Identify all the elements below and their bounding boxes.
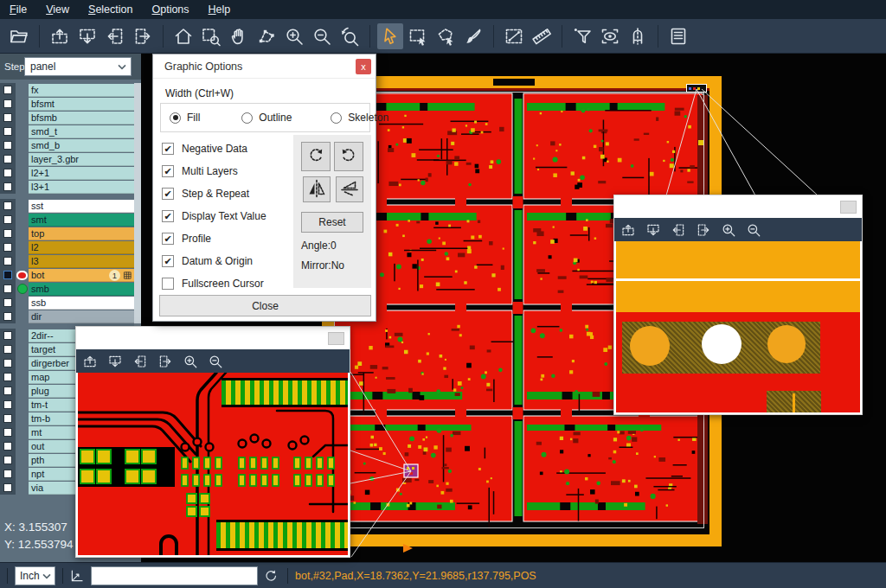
zoom-previous-button[interactable] xyxy=(337,23,363,49)
layer-row-l2[interactable]: l2 xyxy=(0,240,134,254)
layer-row-sst[interactable]: sst xyxy=(0,199,134,213)
flip-vertical-button[interactable] xyxy=(336,176,363,202)
layer-checkbox[interactable] xyxy=(3,298,12,307)
layer-checkbox[interactable] xyxy=(3,201,12,210)
menu-file[interactable]: File xyxy=(0,0,36,19)
zoom-popup-bottom-left[interactable] xyxy=(75,326,350,558)
home-view-button[interactable] xyxy=(170,23,196,49)
flip-horizontal-button[interactable] xyxy=(303,176,331,202)
view-options-button[interactable] xyxy=(597,23,623,49)
rotate-cw-button[interactable] xyxy=(301,142,331,171)
export-up-button[interactable] xyxy=(81,353,99,370)
zoom-window-button[interactable] xyxy=(198,23,224,49)
layer-label[interactable]: top xyxy=(29,227,134,240)
zoom-out-button[interactable] xyxy=(309,23,335,49)
layer-label[interactable]: l3+1 xyxy=(29,181,134,194)
layer-checkbox[interactable] xyxy=(3,257,12,265)
layer-label[interactable]: smb xyxy=(29,283,134,296)
polygon-select-button[interactable] xyxy=(433,23,459,49)
rotate-ccw-button[interactable] xyxy=(334,142,363,171)
layer-row-smt[interactable]: smt xyxy=(0,213,134,227)
export-up-button[interactable] xyxy=(47,23,73,49)
layer-label[interactable]: l2+1 xyxy=(29,167,134,180)
popup-window-button[interactable] xyxy=(840,201,857,214)
menu-selection[interactable]: Selection xyxy=(79,0,142,19)
zoom-in-button[interactable] xyxy=(720,221,737,239)
layer-row-l3[interactable]: l3 xyxy=(0,254,134,268)
layer-row-smd_t[interactable]: smd_t xyxy=(0,125,134,138)
layer-checkbox[interactable] xyxy=(3,127,12,136)
popup-window-button[interactable] xyxy=(328,332,344,345)
export-up-button[interactable] xyxy=(620,221,637,239)
radio-circle[interactable] xyxy=(331,112,342,124)
layer-label[interactable]: dir xyxy=(29,310,134,323)
layer-checkbox[interactable] xyxy=(3,229,12,238)
layer-checkbox[interactable] xyxy=(3,428,12,437)
checkbox[interactable]: ✔ xyxy=(162,165,174,177)
import-down-button[interactable] xyxy=(74,23,100,49)
layer-checkbox[interactable] xyxy=(3,456,12,464)
zoom-in-button[interactable] xyxy=(281,23,307,49)
layer-row-bfsmb[interactable]: bfsmb xyxy=(0,111,134,125)
grid-icon[interactable] xyxy=(123,271,132,280)
layer-checkbox[interactable] xyxy=(3,169,12,177)
layer-row-ssb[interactable]: ssb xyxy=(0,296,134,310)
step-dropdown[interactable]: panel xyxy=(24,57,132,76)
layer-checkbox[interactable] xyxy=(3,113,12,122)
open-folder-button[interactable] xyxy=(6,23,32,49)
layer-label[interactable]: l2 xyxy=(29,241,134,254)
zoom-in-button[interactable] xyxy=(182,353,199,370)
layer-checkbox[interactable] xyxy=(3,359,12,368)
checkbox[interactable]: ✔ xyxy=(162,255,174,267)
close-icon[interactable]: x xyxy=(356,59,371,74)
layer-checkbox[interactable] xyxy=(3,345,12,354)
layer-row-bfsmt[interactable]: bfsmt xyxy=(0,97,134,111)
dialog-title-bar[interactable]: Graphic Options x xyxy=(153,54,376,79)
import-down-button[interactable] xyxy=(106,353,124,370)
layer-row-l2+1[interactable]: l2+1 xyxy=(0,166,134,180)
radio-skeleton[interactable]: Skeleton xyxy=(331,112,388,124)
radio-fill[interactable]: Fill xyxy=(170,112,200,124)
layer-row-dir[interactable]: dir xyxy=(0,310,134,323)
option-profile[interactable]: ✔Profile xyxy=(162,227,266,250)
layer-row-smd_b[interactable]: smd_b xyxy=(0,138,134,152)
shift-left-button[interactable] xyxy=(670,221,687,239)
properties-form-button[interactable] xyxy=(665,23,691,49)
layer-label[interactable]: smd_b xyxy=(29,139,134,152)
layer-label[interactable]: bot1 xyxy=(29,269,134,282)
close-button[interactable]: Close xyxy=(159,295,371,316)
layer-checkbox[interactable] xyxy=(3,470,12,478)
option-negative-data[interactable]: ✔Negative Data xyxy=(162,137,266,160)
menu-help[interactable]: Help xyxy=(199,0,241,19)
paint-brush-button[interactable] xyxy=(460,23,486,49)
layer-row-layer_3.gbr[interactable]: layer_3.gbr xyxy=(0,152,134,166)
shift-left-button[interactable] xyxy=(102,23,128,49)
layer-label[interactable]: l3 xyxy=(29,255,134,268)
shift-left-button[interactable] xyxy=(132,353,149,370)
menu-options[interactable]: Options xyxy=(142,0,198,19)
zoom-popup-right[interactable] xyxy=(613,195,863,415)
layer-row-smb[interactable]: smb xyxy=(0,282,134,296)
shift-right-button[interactable] xyxy=(157,353,174,370)
menu-view[interactable]: View xyxy=(36,0,79,19)
scrollbar-thumb[interactable] xyxy=(134,83,141,323)
option-multi-layers[interactable]: ✔Multi Layers xyxy=(162,160,266,182)
layer-checkbox[interactable] xyxy=(3,442,12,451)
layer-label[interactable]: smd_t xyxy=(29,125,134,138)
checkbox[interactable] xyxy=(162,278,174,290)
radio-circle[interactable] xyxy=(170,112,181,124)
units-dropdown[interactable]: Inch xyxy=(15,566,55,585)
checkbox[interactable]: ✔ xyxy=(162,210,174,222)
layer-checkbox[interactable] xyxy=(3,400,12,409)
checkbox[interactable]: ✔ xyxy=(162,143,174,155)
option-display-text-value[interactable]: ✔Display Text Value xyxy=(162,205,266,227)
layer-checkbox[interactable] xyxy=(3,215,12,224)
checkbox[interactable]: ✔ xyxy=(162,233,174,245)
refresh-icon[interactable] xyxy=(263,568,279,587)
layer-checkbox[interactable] xyxy=(3,414,12,423)
layer-checkbox[interactable] xyxy=(3,284,12,293)
layer-row-l3+1[interactable]: l3+1 xyxy=(0,180,134,194)
layer-label[interactable]: fx xyxy=(29,84,134,97)
filter-button[interactable] xyxy=(569,23,595,49)
zoom-out-button[interactable] xyxy=(745,221,762,239)
